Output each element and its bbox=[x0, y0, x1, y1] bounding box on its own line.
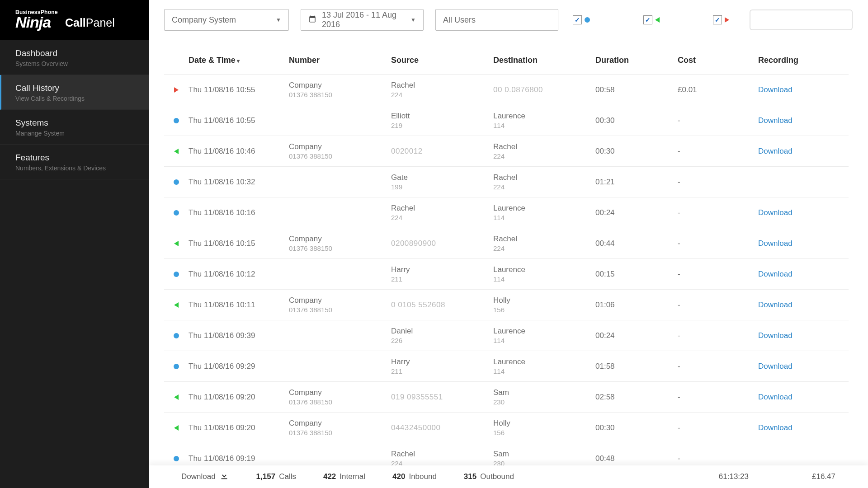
col-datetime[interactable]: Date & Time bbox=[189, 56, 289, 74]
checkbox-icon[interactable]: ✓ bbox=[713, 15, 722, 24]
cell-datetime: Thu 11/08/16 09:39 bbox=[189, 320, 289, 351]
logo-name: Ninja bbox=[15, 15, 58, 29]
cell-cost: - bbox=[678, 228, 758, 258]
cell-number: Company01376 388150 bbox=[289, 290, 391, 320]
cell-datetime: Thu 11/08/16 10:16 bbox=[189, 197, 289, 228]
footer-bar: Download 1,157Calls 422Internal 420Inbou… bbox=[149, 465, 868, 488]
cell-recording[interactable]: Download bbox=[758, 382, 849, 412]
cell-source: Rachel224 bbox=[391, 197, 493, 228]
call-table: Date & Time Number Source Destination Du… bbox=[164, 56, 853, 468]
download-link[interactable]: Download bbox=[758, 270, 847, 279]
download-link[interactable]: Download bbox=[758, 85, 847, 94]
cell-cost: - bbox=[678, 259, 758, 289]
cell-recording[interactable]: Download bbox=[758, 351, 849, 381]
download-link[interactable]: Download bbox=[758, 393, 847, 402]
download-link[interactable]: Download bbox=[758, 362, 847, 371]
footer-download[interactable]: Download bbox=[181, 471, 229, 483]
call-type-icon bbox=[164, 320, 189, 351]
download-link[interactable]: Download bbox=[758, 208, 847, 217]
cell-recording[interactable]: Download bbox=[758, 290, 849, 320]
search-input[interactable] bbox=[750, 9, 853, 30]
download-link[interactable]: Download bbox=[758, 239, 847, 248]
sidebar-item-systems[interactable]: SystemsManange System bbox=[0, 110, 149, 145]
nav-sublabel: Systems Overview bbox=[15, 60, 135, 67]
cell-number: Company01376 388150 bbox=[289, 228, 391, 258]
nav-label: Dashboard bbox=[15, 48, 135, 58]
cell-destination: Laurence114 bbox=[493, 351, 595, 381]
col-recording[interactable]: Recording bbox=[758, 56, 849, 74]
download-link[interactable]: Download bbox=[758, 116, 847, 125]
download-link[interactable]: Download bbox=[758, 147, 847, 156]
cell-cost: - bbox=[678, 167, 758, 197]
cell-recording[interactable]: Download bbox=[758, 197, 849, 228]
cell-recording[interactable]: Download bbox=[758, 136, 849, 166]
nav-label: Systems bbox=[15, 118, 135, 128]
nav-sublabel: View Calls & Recordings bbox=[15, 95, 135, 102]
call-type-icon bbox=[164, 136, 189, 166]
cell-destination: Sam230 bbox=[493, 382, 595, 412]
cell-datetime: Thu 11/08/16 10:11 bbox=[189, 290, 289, 320]
filter-outbound[interactable]: ✓ bbox=[713, 15, 729, 24]
footer-internal: 422Internal bbox=[323, 472, 365, 481]
sidebar-item-features[interactable]: FeaturesNumbers, Extensions & Devices bbox=[0, 145, 149, 179]
cell-number bbox=[289, 443, 391, 468]
cell-source: 0020012 bbox=[391, 136, 493, 166]
outbound-arrow-icon bbox=[725, 17, 729, 23]
call-type-icon bbox=[164, 259, 189, 289]
cell-number: Company01376 388150 bbox=[289, 136, 391, 166]
cell-destination: Laurence114 bbox=[493, 259, 595, 289]
checkbox-icon[interactable]: ✓ bbox=[573, 15, 582, 24]
download-link[interactable]: Download bbox=[758, 423, 847, 432]
cell-recording[interactable]: Download bbox=[758, 413, 849, 443]
cell-duration: 00:58 bbox=[595, 75, 678, 105]
col-source[interactable]: Source bbox=[391, 56, 493, 74]
nav-sublabel: Numbers, Extensions & Devices bbox=[15, 164, 135, 172]
footer-cost: £16.47 bbox=[812, 472, 835, 481]
cell-recording[interactable]: Download bbox=[758, 320, 849, 351]
cell-recording[interactable]: Download bbox=[758, 228, 849, 258]
sidebar-item-call-history[interactable]: Call HistoryView Calls & Recordings bbox=[0, 75, 149, 110]
cell-datetime: Thu 11/08/16 10:55 bbox=[189, 75, 289, 105]
filter-internal[interactable]: ✓ bbox=[573, 15, 590, 24]
cell-destination: Sam230 bbox=[493, 443, 595, 468]
sidebar-item-dashboard[interactable]: DashboardSystems Overview bbox=[0, 40, 149, 75]
users-select[interactable]: All Users bbox=[435, 9, 558, 31]
chevron-down-icon: ▼ bbox=[276, 17, 281, 23]
sidebar: BusinessPhone Ninja CallPanel DashboardS… bbox=[0, 0, 149, 488]
cell-source: Rachel224 bbox=[391, 75, 493, 105]
col-number[interactable]: Number bbox=[289, 56, 391, 74]
cell-destination: Rachel224 bbox=[493, 136, 595, 166]
col-cost[interactable]: Cost bbox=[678, 56, 758, 74]
cell-recording[interactable]: Download bbox=[758, 259, 849, 289]
call-type-icon bbox=[164, 167, 189, 197]
cell-source: 0200890900 bbox=[391, 228, 493, 258]
nav-label: Call History bbox=[15, 83, 135, 93]
call-type-icon bbox=[164, 105, 189, 136]
cell-recording[interactable]: Download bbox=[758, 75, 849, 105]
download-link[interactable]: Download bbox=[758, 331, 847, 340]
download-link[interactable]: Download bbox=[758, 300, 847, 310]
cell-destination: Laurence114 bbox=[493, 320, 595, 351]
cell-cost: £0.01 bbox=[678, 75, 758, 105]
call-type-icon bbox=[164, 382, 189, 412]
cell-recording bbox=[758, 167, 849, 197]
cell-cost: - bbox=[678, 197, 758, 228]
checkbox-icon[interactable]: ✓ bbox=[643, 15, 652, 24]
cell-datetime: Thu 11/08/16 09:20 bbox=[189, 382, 289, 412]
cell-cost: - bbox=[678, 443, 758, 468]
cell-source: 019 09355551 bbox=[391, 382, 493, 412]
call-type-icon bbox=[164, 443, 189, 468]
call-type-icon bbox=[164, 413, 189, 443]
filter-inbound[interactable]: ✓ bbox=[643, 15, 660, 24]
company-select[interactable]: Company System ▼ bbox=[164, 9, 289, 31]
inbound-arrow-icon bbox=[174, 149, 179, 154]
cell-datetime: Thu 11/08/16 09:29 bbox=[189, 351, 289, 381]
cell-destination: Holly156 bbox=[493, 413, 595, 443]
cell-recording[interactable]: Download bbox=[758, 105, 849, 136]
chevron-down-icon: ▼ bbox=[410, 17, 416, 23]
col-duration[interactable]: Duration bbox=[595, 56, 678, 74]
cell-number bbox=[289, 105, 391, 136]
cell-destination: Rachel224 bbox=[493, 167, 595, 197]
date-range-select[interactable]: 13 Jul 2016 - 11 Aug 2016 ▼ bbox=[301, 9, 424, 31]
col-destination[interactable]: Destination bbox=[493, 56, 595, 74]
